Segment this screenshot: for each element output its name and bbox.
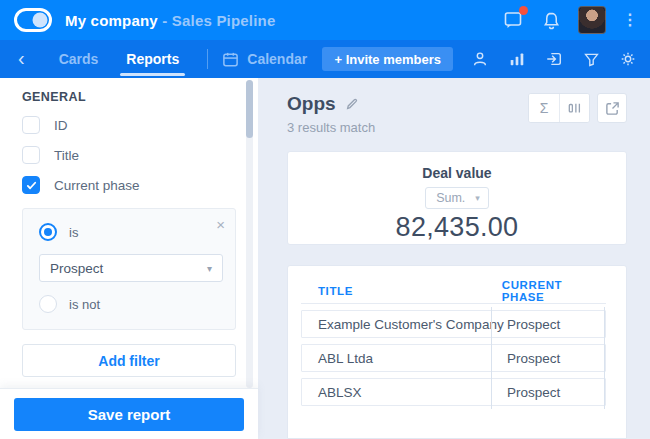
radio-is-not[interactable]: is not (39, 295, 223, 313)
active-tab-underline (120, 73, 185, 76)
cell-phase: Prospect (492, 351, 604, 366)
tab-reports[interactable]: Reports (112, 40, 193, 78)
table-row[interactable]: ABL Ltda Prospect (301, 344, 606, 372)
metric-title: Deal value (422, 165, 491, 181)
top-bar: My company - Sales Pipeline ⋮ (0, 0, 650, 40)
report-fields-sidebar: GENERAL ID Title Current phase × is (0, 78, 258, 439)
report-title: Opps (287, 93, 336, 115)
tab-calendar[interactable]: Calendar (222, 51, 307, 68)
sum-view-button[interactable]: Σ (529, 94, 559, 122)
close-icon[interactable]: × (216, 217, 225, 232)
aggregation-select[interactable]: Sum. ▾ (425, 187, 489, 209)
phase-filter-card: × is Prospect ▾ is not (22, 208, 236, 330)
column-divider (604, 307, 605, 341)
column-divider (604, 375, 605, 409)
phase-select[interactable]: Prospect ▾ (39, 254, 223, 282)
scrollbar-thumb[interactable] (246, 80, 253, 138)
field-checkbox-current-phase[interactable]: Current phase (22, 176, 236, 194)
import-icon[interactable] (544, 49, 564, 69)
calendar-icon (222, 51, 239, 68)
filter-icon[interactable] (581, 49, 601, 69)
sidebar-scrollbar[interactable] (246, 80, 253, 388)
results-count: 3 results match (287, 120, 375, 135)
column-header-title[interactable]: TITLE (301, 285, 487, 297)
cell-title: Example Customer's Company (302, 317, 491, 332)
field-checkbox-title[interactable]: Title (22, 146, 236, 164)
settings-gear-icon[interactable] (618, 49, 638, 69)
user-avatar[interactable] (578, 6, 606, 34)
radio-is[interactable]: is (39, 223, 223, 241)
column-header-current-phase[interactable]: CURRENT PHASE (487, 279, 606, 303)
save-report-button[interactable]: Save report (14, 398, 244, 431)
cell-title: ABLSX (302, 385, 491, 400)
tab-cards[interactable]: Cards (45, 40, 113, 78)
messages-icon[interactable] (502, 9, 524, 31)
table-row[interactable]: Example Customer's Company Prospect (301, 310, 606, 338)
chart-view-button[interactable] (559, 94, 589, 122)
checkbox-unchecked[interactable] (22, 146, 40, 164)
pipe-name: Sales Pipeline (172, 12, 276, 29)
cell-title: ABL Ltda (302, 351, 491, 366)
invite-members-button[interactable]: + Invite members (322, 47, 453, 71)
results-table-card: TITLE CURRENT PHASE Example Customer's C… (287, 265, 627, 439)
sidebar-footer: Save report (0, 388, 258, 439)
breadcrumb: My company - Sales Pipeline (65, 12, 276, 29)
members-icon[interactable] (470, 49, 490, 69)
add-filter-button[interactable]: Add filter (22, 344, 236, 377)
checkbox-checked[interactable] (22, 176, 40, 194)
metric-value: 82,435.00 (396, 212, 519, 243)
cell-phase: Prospect (492, 317, 604, 332)
view-toggle-group: Σ (528, 93, 590, 123)
section-title: GENERAL (22, 90, 236, 104)
field-checkbox-id[interactable]: ID (22, 116, 236, 134)
phase-select-value: Prospect (50, 261, 103, 276)
radio-unselected[interactable] (39, 295, 57, 313)
kebab-menu-icon[interactable]: ⋮ (622, 12, 638, 28)
reports-chart-icon[interactable] (507, 49, 527, 69)
checkbox-unchecked[interactable] (22, 116, 40, 134)
nav-divider (207, 49, 208, 69)
edit-pencil-icon[interactable] (345, 97, 359, 111)
workspace-name: My company (65, 12, 158, 29)
chevron-down-icon: ▾ (207, 263, 212, 274)
table-header: TITLE CURRENT PHASE (301, 278, 606, 304)
report-main-panel: Opps 3 results match Σ (258, 78, 650, 439)
export-button[interactable] (597, 93, 627, 123)
sigma-icon: Σ (540, 100, 549, 116)
radio-selected[interactable] (39, 223, 57, 241)
chevron-down-icon: ▾ (475, 193, 480, 203)
app-logo-icon[interactable] (14, 8, 52, 32)
column-divider (604, 341, 605, 375)
pipe-nav-bar: ‹ Cards Reports Calendar + Invite member… (0, 40, 650, 78)
back-icon[interactable]: ‹ (18, 48, 25, 71)
notification-badge (519, 6, 528, 15)
bell-icon[interactable] (540, 9, 562, 31)
cell-phase: Prospect (492, 385, 604, 400)
external-link-icon (605, 101, 620, 116)
column-chart-icon (568, 101, 582, 115)
table-row[interactable]: ABLSX Prospect (301, 378, 606, 406)
deal-value-metric-card: Deal value Sum. ▾ 82,435.00 (287, 151, 627, 245)
